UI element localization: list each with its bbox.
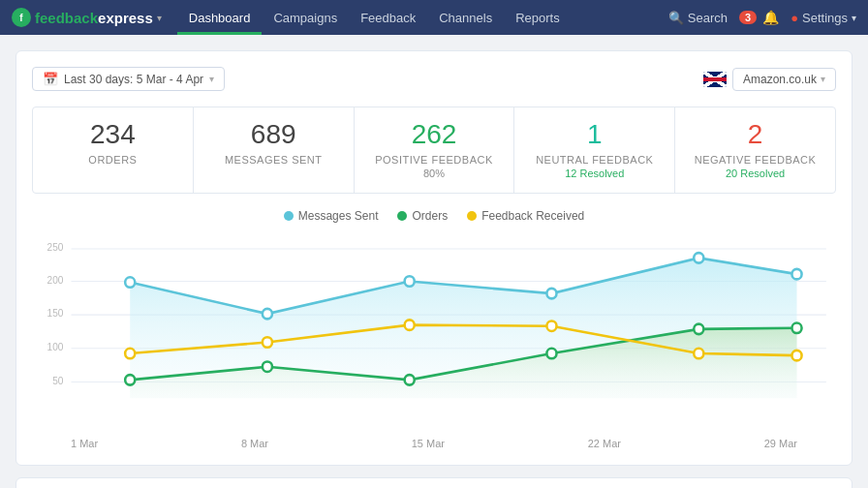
svg-point-13 — [263, 309, 272, 320]
date-picker[interactable]: 📅 Last 30 days: 5 Mar - 4 Apr ▾ — [32, 67, 225, 91]
store-chevron-icon: ▾ — [821, 74, 825, 84]
svg-point-29 — [791, 351, 801, 361]
legend-messages-label: Messages Sent — [298, 209, 379, 223]
x-label-4: 29 Mar — [764, 438, 797, 449]
settings-button[interactable]: ● Settings ▾ — [790, 11, 856, 25]
legend-messages: Messages Sent — [284, 209, 379, 223]
stat-positive: 262 POSITIVE FEEDBACK 80% — [355, 107, 515, 193]
orders-number: 234 — [45, 121, 181, 148]
messages-label: MESSAGES SENT — [205, 154, 342, 166]
nav-links: Dashboard Campaigns Feedback Channels Re… — [177, 0, 572, 35]
messages-dot-icon — [284, 211, 294, 221]
negative-resolved: 20 Resolved — [687, 168, 823, 179]
x-label-1: 8 Mar — [241, 438, 268, 449]
orders-dot-icon — [397, 211, 407, 221]
feedback-card: Feedback Last 30 days: 5 Mar - 4 Apr Pos… — [16, 477, 852, 488]
svg-point-23 — [791, 323, 801, 334]
svg-point-27 — [546, 320, 556, 331]
dashboard-card: 📅 Last 30 days: 5 Mar - 4 Apr ▾ Amazon.c… — [16, 50, 852, 466]
negative-number: 2 — [687, 121, 823, 148]
date-range-label: Last 30 days: 5 Mar - 4 Apr — [64, 73, 203, 86]
svg-point-28 — [694, 349, 703, 359]
store-label: Amazon.co.uk — [743, 73, 817, 86]
x-label-0: 1 Mar — [71, 438, 98, 449]
neutral-resolved: 12 Resolved — [526, 168, 663, 179]
svg-point-25 — [263, 337, 272, 348]
nav-dashboard[interactable]: Dashboard — [177, 0, 263, 35]
chart-legend: Messages Sent Orders Feedback Received — [32, 209, 836, 223]
bell-icon: 🔔 — [762, 10, 779, 25]
legend-orders: Orders — [397, 209, 448, 223]
positive-label: POSITIVE FEEDBACK — [366, 154, 503, 166]
nav-feedback[interactable]: Feedback — [349, 0, 427, 35]
svg-point-16 — [694, 253, 703, 263]
nav-channels[interactable]: Channels — [427, 0, 504, 35]
svg-text:50: 50 — [52, 375, 64, 385]
calendar-icon: 📅 — [43, 72, 58, 86]
main-content: 📅 Last 30 days: 5 Mar - 4 Apr ▾ Amazon.c… — [0, 35, 868, 488]
svg-point-20 — [405, 375, 415, 385]
brand-logo-group[interactable]: f feedbackexpress ▾ — [12, 8, 162, 27]
filter-row: 📅 Last 30 days: 5 Mar - 4 Apr ▾ Amazon.c… — [32, 67, 836, 91]
svg-point-15 — [546, 289, 556, 299]
navbar: f feedbackexpress ▾ Dashboard Campaigns … — [0, 0, 868, 35]
uk-flag-icon — [703, 72, 727, 87]
settings-dot-icon: ● — [790, 11, 798, 25]
positive-number: 262 — [366, 121, 503, 148]
store-select-group: Amazon.co.uk ▾ — [703, 68, 836, 91]
chart-area: 250 200 150 100 50 — [32, 230, 836, 434]
svg-text:250: 250 — [47, 242, 64, 253]
x-label-2: 15 Mar — [412, 438, 445, 449]
svg-text:150: 150 — [47, 308, 64, 319]
svg-point-18 — [125, 375, 135, 385]
stat-neutral: 1 NEUTRAL FEEDBACK 12 Resolved — [514, 107, 675, 193]
svg-point-19 — [263, 361, 272, 372]
svg-point-24 — [125, 349, 135, 359]
nav-right: 🔍 Search 3 🔔 ● Settings ▾ — [668, 10, 856, 25]
legend-orders-label: Orders — [412, 209, 448, 223]
messages-number: 689 — [205, 121, 342, 148]
svg-text:200: 200 — [47, 274, 64, 285]
settings-label: Settings — [802, 11, 848, 25]
store-dropdown[interactable]: Amazon.co.uk ▾ — [732, 68, 836, 91]
svg-point-17 — [791, 269, 801, 280]
search-icon: 🔍 — [668, 11, 684, 25]
search-label: Search — [688, 11, 728, 25]
brand-name: feedbackexpress — [35, 10, 153, 26]
nav-reports[interactable]: Reports — [504, 0, 572, 35]
svg-point-21 — [546, 349, 556, 359]
legend-feedback-label: Feedback Received — [481, 209, 584, 223]
negative-label: NEGATIVE FEEDBACK — [687, 154, 823, 166]
orders-label: ORDERS — [45, 154, 181, 166]
nav-campaigns[interactable]: Campaigns — [262, 0, 349, 35]
svg-text:100: 100 — [47, 342, 64, 352]
settings-chevron-icon: ▾ — [852, 13, 856, 23]
x-axis-labels: 1 Mar 8 Mar 15 Mar 22 Mar 29 Mar — [32, 434, 836, 449]
svg-point-26 — [405, 320, 415, 330]
svg-point-22 — [694, 324, 703, 335]
chart-svg: 250 200 150 100 50 — [32, 230, 836, 434]
brand-chevron-icon: ▾ — [157, 13, 162, 23]
date-chevron-icon: ▾ — [209, 74, 214, 84]
brand-icon: f — [12, 8, 31, 27]
svg-point-14 — [405, 276, 415, 287]
notification-badge: 3 — [739, 11, 757, 24]
feedback-dot-icon — [467, 211, 477, 221]
neutral-number: 1 — [526, 121, 663, 148]
svg-point-12 — [125, 277, 135, 288]
x-label-3: 22 Mar — [588, 438, 621, 449]
legend-feedback: Feedback Received — [467, 209, 584, 223]
notification-group[interactable]: 3 🔔 — [739, 10, 779, 25]
stat-negative: 2 NEGATIVE FEEDBACK 20 Resolved — [675, 107, 835, 193]
stat-messages: 689 MESSAGES SENT — [194, 107, 355, 193]
stat-orders: 234 ORDERS — [33, 107, 194, 193]
stats-row: 234 ORDERS 689 MESSAGES SENT 262 POSITIV… — [32, 107, 836, 194]
search-button[interactable]: 🔍 Search — [668, 11, 728, 25]
neutral-label: NEUTRAL FEEDBACK — [526, 154, 663, 166]
positive-sublabel: 80% — [366, 168, 503, 179]
